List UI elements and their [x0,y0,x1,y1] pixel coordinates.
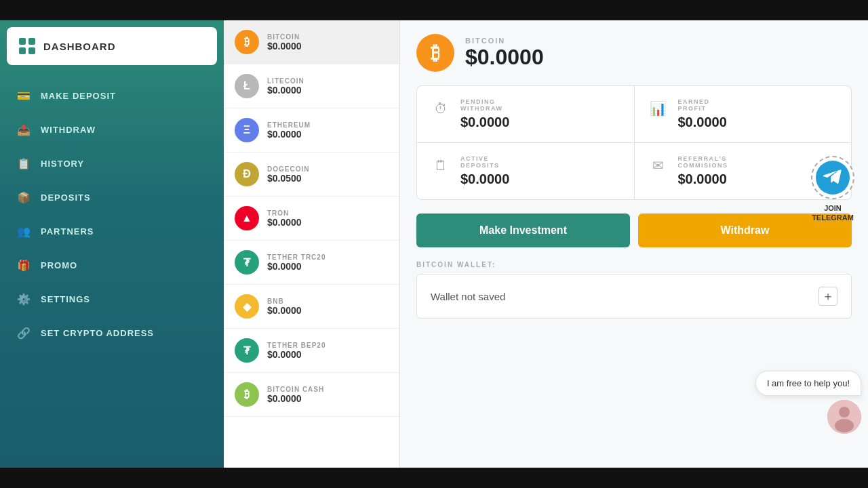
history-icon: 📋 [16,156,31,171]
crypto-info-tron: TRON $0.0000 [267,209,302,228]
crypto-name-bitcoin-cash: BITCOIN CASH [267,386,324,393]
crypto-icon-tether-bep20: ₮ [235,338,259,363]
crypto-name-tron: TRON [267,209,302,217]
crypto-info-bnb: BNB $0.0000 [267,298,302,316]
sidebar-item-promo[interactable]: 🎁 PROMO [0,248,224,282]
sidebar-item-partners[interactable]: 👥 PARTNERS [0,214,224,248]
sidebar-item-deposits-label: DEPOSITS [41,192,91,203]
telegram-icon [816,161,850,195]
stat-value-earned-profit: $0.0000 [678,115,727,130]
bitcoin-value: $0.0000 [465,45,544,70]
stat-label-referral-commissions: REFERRAL'SCOMMISIONS [678,155,728,169]
stat-card-pending-withdraw: ⏱ PENDINGWITHDRAW $0.0000 [417,86,634,142]
crypto-amount-bitcoin: $0.0000 [267,41,302,52]
action-buttons: Make Investment Withdraw [416,214,852,247]
crypto-icon-bitcoin-cash: ₿ [235,382,259,407]
settings-icon: ⚙️ [16,291,31,306]
sidebar-item-partners-label: PARTNERS [41,226,94,237]
stat-info-earned-profit: EARNEDPROFIT $0.0000 [678,98,727,130]
crypto-list: ₿ BITCOIN $0.0000 Ł LITECOIN $0.0000 Ξ E… [224,20,400,468]
stat-icon-earned-profit: 📊 [648,98,669,119]
bitcoin-header: ₿ BITCOIN $0.0000 [416,34,852,72]
sidebar-item-set-crypto-label: SET CRYPTO ADDRESS [41,328,154,338]
crypto-info-tether-bep20: TETHER BEP20 $0.0000 [267,342,326,360]
crypto-amount-bitcoin-cash: $0.0000 [267,393,324,404]
crypto-item-litecoin[interactable]: Ł LITECOIN $0.0000 [224,64,399,108]
top-bar [0,0,868,20]
crypto-amount-dogecoin: $0.0500 [267,173,309,184]
svg-rect-1 [28,38,35,45]
svg-rect-0 [19,38,26,45]
sidebar-title: DASHBOARD [43,41,116,52]
crypto-item-bnb[interactable]: ◆ BNB $0.0000 [224,285,399,329]
chat-avatar[interactable] [827,400,861,434]
crypto-icon-litecoin: Ł [235,74,259,98]
sidebar-item-history[interactable]: 📋 HISTORY [0,146,224,180]
sidebar-item-deposits[interactable]: 📦 DEPOSITS [0,180,224,214]
crypto-amount-tether-trc20: $0.0000 [267,261,326,272]
bitcoin-main-icon: ₿ [416,34,454,72]
crypto-item-bitcoin-cash[interactable]: ₿ BITCOIN CASH $0.0000 [224,373,399,417]
svg-point-5 [839,407,850,418]
svg-rect-3 [28,47,35,54]
telegram-label: JOINTELEGRAM [812,203,854,223]
crypto-icon-ethereum: Ξ [235,118,259,142]
telegram-button[interactable] [811,156,854,199]
stats-grid: ⏱ PENDINGWITHDRAW $0.0000 📊 EARNEDPROFIT… [416,85,852,200]
set-crypto-icon: 🔗 [16,325,31,340]
crypto-item-dogecoin[interactable]: Ð DOGECOIN $0.0500 [224,152,399,197]
crypto-amount-ethereum: $0.0000 [267,129,311,140]
sidebar-item-withdraw-label: WITHDRAW [41,125,96,135]
telegram-widget[interactable]: JOINTELEGRAM [811,156,854,223]
chat-bubble: I am free to help you! [755,371,861,396]
stat-value-active-deposits: $0.0000 [460,171,509,187]
crypto-amount-tether-bep20: $0.0000 [267,349,326,360]
crypto-name-ethereum: ETHEREUM [267,121,311,129]
crypto-name-tether-bep20: TETHER BEP20 [267,342,326,349]
crypto-amount-tron: $0.0000 [267,217,302,228]
stat-icon-active-deposits: 🗒 [431,155,451,176]
sidebar-item-history-label: HISTORY [41,159,84,169]
crypto-name-tether-trc20: TETHER TRC20 [267,253,326,261]
crypto-item-tron[interactable]: ▲ TRON $0.0000 [224,197,399,241]
crypto-item-bitcoin[interactable]: ₿ BITCOIN $0.0000 [224,20,399,64]
crypto-name-litecoin: LITECOIN [267,77,304,85]
crypto-item-ethereum[interactable]: Ξ ETHEREUM $0.0000 [224,108,399,152]
crypto-icon-bnb: ◆ [235,294,259,319]
wallet-add-button[interactable]: ＋ [818,287,837,306]
stat-card-earned-profit: 📊 EARNEDPROFIT $0.0000 [635,86,852,142]
promo-icon: 🎁 [16,258,31,272]
crypto-item-tether-bep20[interactable]: ₮ TETHER BEP20 $0.0000 [224,329,399,373]
stat-info-active-deposits: ACTIVEDEPOSITS $0.0000 [460,155,509,187]
stat-label-active-deposits: ACTIVEDEPOSITS [460,155,509,169]
crypto-info-tether-trc20: TETHER TRC20 $0.0000 [267,253,326,272]
bitcoin-header-info: BITCOIN $0.0000 [465,37,544,70]
partners-icon: 👥 [16,224,31,239]
bottom-bar [0,468,868,488]
sidebar-item-make-deposit[interactable]: 💳 MAKE DEPOSIT [0,79,224,113]
sidebar-item-set-crypto-address[interactable]: 🔗 SET CRYPTO ADDRESS [0,316,224,350]
make-investment-button[interactable]: Make Investment [416,214,630,247]
crypto-info-bitcoin: BITCOIN $0.0000 [267,33,302,52]
deposits-icon: 📦 [16,190,31,205]
crypto-amount-bnb: $0.0000 [267,305,302,316]
crypto-item-tether-trc20[interactable]: ₮ TETHER TRC20 $0.0000 [224,241,399,285]
wallet-box: Wallet not saved ＋ [416,274,852,319]
sidebar: DASHBOARD 💳 MAKE DEPOSIT 📤 WITHDRAW 📋 HI… [0,20,224,468]
stat-icon-pending-withdraw: ⏱ [431,98,451,119]
sidebar-item-settings[interactable]: ⚙️ SETTINGS [0,282,224,316]
crypto-icon-dogecoin: Ð [235,162,259,186]
stat-card-active-deposits: 🗒 ACTIVEDEPOSITS $0.0000 [417,143,634,199]
crypto-info-ethereum: ETHEREUM $0.0000 [267,121,311,140]
make-deposit-icon: 💳 [16,88,31,103]
crypto-info-dogecoin: DOGECOIN $0.0500 [267,165,309,184]
stat-label-earned-profit: EARNEDPROFIT [678,98,727,112]
sidebar-item-withdraw[interactable]: 📤 WITHDRAW [0,113,224,146]
chat-widget[interactable]: I am free to help you! [755,371,861,434]
crypto-name-bitcoin: BITCOIN [267,33,302,41]
crypto-icon-tether-trc20: ₮ [235,250,259,274]
sidebar-brand[interactable]: DASHBOARD [7,27,217,65]
sidebar-item-settings-label: SETTINGS [41,294,90,304]
crypto-info-litecoin: LITECOIN $0.0000 [267,77,304,96]
sidebar-nav: 💳 MAKE DEPOSIT 📤 WITHDRAW 📋 HISTORY 📦 DE… [0,72,224,357]
